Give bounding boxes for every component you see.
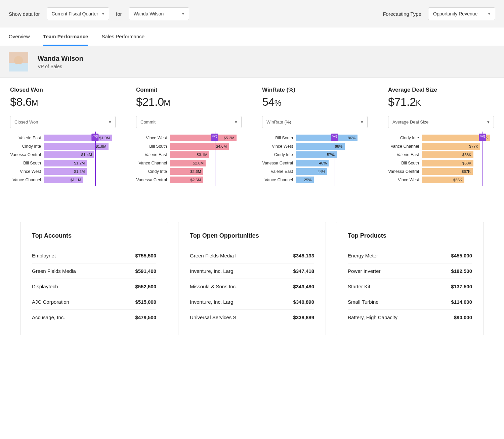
- bar-fill: $2.8M: [170, 160, 206, 166]
- avg-badge: Avg: [331, 134, 338, 141]
- list-item[interactable]: Inventure, Inc. Larg $347,418: [190, 263, 314, 279]
- bar-fill: 57%: [296, 151, 337, 158]
- list-item-label: Inventure, Inc. Larg: [190, 268, 233, 274]
- list-card: Top Open Opportunities Green Fields Medi…: [178, 222, 326, 335]
- list-item[interactable]: Inventure, Inc. Larg $340,890: [190, 294, 314, 310]
- bar-row: Vince West $56K: [388, 176, 494, 184]
- list-item-label: Green Fields Media I: [190, 253, 237, 258]
- bar-value: $56K: [453, 178, 464, 182]
- list-item-label: Battery, High Capacity: [348, 314, 397, 320]
- bar-track: $1.8M: [44, 143, 116, 150]
- bar-row: Vince West $1.2M: [10, 168, 116, 175]
- bar-label: Bill South: [10, 161, 44, 165]
- bar-label: Vince West: [262, 144, 296, 149]
- bar-fill: $4.6M: [170, 143, 229, 150]
- bar-row: Cindy Inte $2.6M: [136, 168, 242, 175]
- person-select[interactable]: Wanda Wilson ▾: [129, 7, 189, 20]
- list-item-label: Small Turbine: [348, 299, 379, 305]
- bar-label: Vince West: [388, 178, 422, 182]
- list-item-label: Missoula & Sons Inc.: [190, 284, 237, 289]
- bar-track: $1.4M: [44, 151, 116, 158]
- list-item-value: $338,889: [293, 314, 314, 320]
- list-item-value: $137,500: [451, 284, 472, 289]
- metric-value: $8.6M: [10, 95, 116, 108]
- list-item-label: Green Fields Media: [32, 268, 76, 274]
- list-item-value: $552,500: [135, 284, 156, 289]
- list-item[interactable]: Green Fields Media $591,400: [32, 263, 156, 279]
- metric-cards: Closed Won $8.6M Closed Won ▾ Valerie Ea…: [0, 78, 504, 205]
- tab-team-performance[interactable]: Team Performance: [43, 28, 88, 46]
- metric-selector[interactable]: Closed Won ▾: [10, 116, 116, 128]
- list-item[interactable]: Energy Meter $455,000: [348, 248, 472, 263]
- bar-row: Bill South $4.6M: [136, 143, 242, 150]
- bar-chart: Bill South 86% Vince West 68% Cindy Inte: [262, 134, 368, 184]
- bar-value: 46%: [319, 161, 329, 165]
- bar-value: $1.2M: [74, 161, 87, 165]
- metric-selector-value: Commit: [140, 119, 156, 125]
- bar-fill: $68K: [422, 160, 473, 166]
- list-item[interactable]: Universal Services S $338,889: [190, 310, 314, 325]
- period-select[interactable]: Current Fiscal Quarter ▾: [47, 7, 109, 20]
- bar-track: $1.2M: [44, 168, 116, 175]
- chevron-down-icon: ▾: [361, 119, 363, 125]
- bar-fill: $68K: [422, 151, 473, 158]
- bar-track: $4.6M: [170, 143, 242, 150]
- list-item[interactable]: Displaytech $552,500: [32, 279, 156, 294]
- list-title: Top Products: [348, 232, 472, 239]
- bar-value: $1.2M: [74, 169, 87, 174]
- bar-label: Bill South: [262, 136, 296, 140]
- bar-label: Cindy Inte: [136, 169, 170, 174]
- bar-row: Cindy Inte 90K: [388, 134, 494, 142]
- for-label: for: [116, 11, 122, 17]
- bar-track: 68%: [296, 143, 368, 150]
- bar-chart: Vince West $5.2M Bill South $4.6M Valeri…: [136, 134, 242, 184]
- period-select-value: Current Fiscal Quarter: [52, 11, 98, 16]
- bar-fill: $5.2M: [170, 135, 237, 141]
- list-item-label: Employnet: [32, 253, 56, 258]
- list-card: Top Products Energy Meter $455,000 Power…: [336, 222, 484, 335]
- list-item[interactable]: AJC Corporation $515,000: [32, 294, 156, 310]
- metric-card: Average Deal Size $71.2K Average Deal Si…: [378, 78, 504, 205]
- bar-track: $2.6M: [170, 168, 242, 175]
- bar-label: Valerie East: [262, 169, 296, 174]
- bar-label: Bill South: [136, 144, 170, 149]
- bar-row: Vince West 68%: [262, 143, 368, 150]
- list-item-value: $340,890: [293, 299, 314, 305]
- list-item[interactable]: Battery, High Capacity $90,000: [348, 310, 472, 325]
- list-item[interactable]: Employnet $755,500: [32, 248, 156, 263]
- list-item[interactable]: Accusage, Inc. $479,500: [32, 310, 156, 325]
- list-item[interactable]: Power Inverter $182,500: [348, 263, 472, 279]
- bar-track: $2.6M: [170, 177, 242, 183]
- bar-label: Cindy Inte: [388, 136, 422, 140]
- bar-row: Valerie East $1.9M: [10, 134, 116, 142]
- avg-badge: Avg: [91, 134, 98, 141]
- list-item[interactable]: Green Fields Media I $348,133: [190, 248, 314, 263]
- list-item-label: Inventure, Inc. Larg: [190, 299, 233, 305]
- list-item[interactable]: Starter Kit $137,500: [348, 279, 472, 294]
- metric-title: Commit: [136, 87, 242, 93]
- metric-selector-value: WinRate (%): [266, 119, 291, 125]
- bar-value: 57%: [327, 153, 337, 157]
- list-item[interactable]: Missoula & Sons Inc. $343,480: [190, 279, 314, 294]
- bar-label: Vince West: [10, 169, 44, 174]
- tab-sales-performance[interactable]: Sales Performance: [101, 28, 144, 46]
- forecasting-type-select[interactable]: Opportunity Revenue ▾: [428, 7, 495, 20]
- bar-fill: $2.6M: [170, 168, 203, 175]
- bar-value: $1.4M: [81, 153, 94, 157]
- bar-track: $1.1M: [44, 177, 116, 183]
- tab-overview[interactable]: Overview: [9, 28, 30, 46]
- metric-value: $21.0M: [136, 95, 242, 108]
- bar-row: Vanessa Central 46%: [262, 159, 368, 167]
- bar-value: $2.8M: [193, 161, 206, 165]
- metric-selector-value: Average Deal Size: [392, 119, 428, 125]
- chevron-down-icon: ▾: [235, 119, 237, 125]
- metric-card: Closed Won $8.6M Closed Won ▾ Valerie Ea…: [0, 78, 126, 205]
- profile-header: Wanda Wilson VP of Sales: [0, 46, 504, 78]
- bar-value: $3.1M: [197, 153, 209, 157]
- list-item[interactable]: Small Turbine $114,000: [348, 294, 472, 310]
- metric-selector[interactable]: Average Deal Size ▾: [388, 116, 494, 128]
- metric-selector[interactable]: WinRate (%) ▾: [262, 116, 368, 128]
- metric-selector[interactable]: Commit ▾: [136, 116, 242, 128]
- bar-fill: $1.1M: [44, 177, 83, 183]
- bar-label: Vanessa Central: [136, 178, 170, 182]
